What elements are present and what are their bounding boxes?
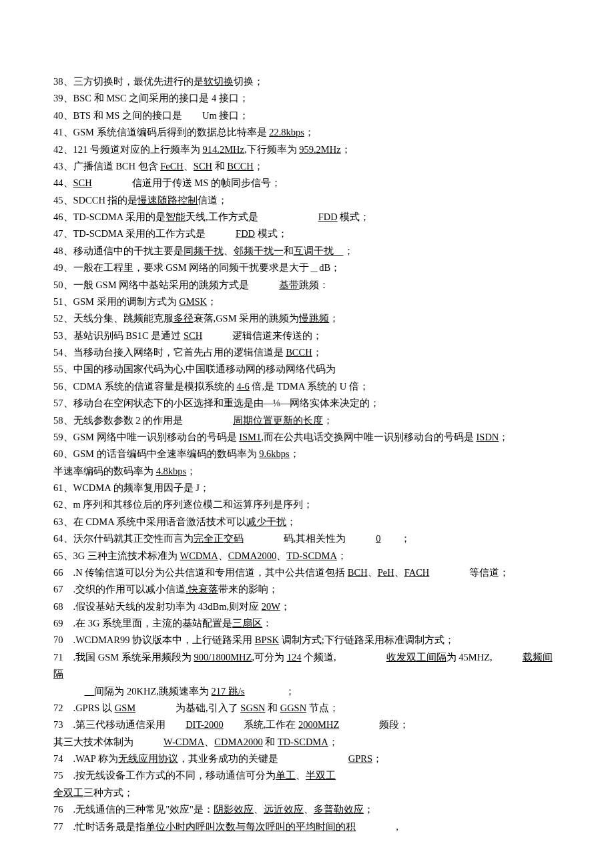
underlined-text: 阴影效应 (214, 804, 254, 815)
underlined-text: GGSN (280, 703, 306, 713)
underlined-text: 217 跳/s (212, 686, 245, 697)
text: 系统,工作在 (224, 719, 298, 730)
item-number: 74 . (53, 753, 75, 764)
item-number: 46、 (53, 211, 73, 222)
text: 切换； (234, 76, 264, 87)
text: 天线分集、跳频能克服 (73, 313, 174, 324)
text: ,下行频率为 (244, 144, 299, 155)
underlined-text: CDMA2000 (214, 737, 263, 747)
item-number: 65、 (53, 550, 73, 561)
underlined-text: 单工 (276, 770, 296, 781)
text-line: 60、GSM 的话音编码中全速率编码的数码率为 9.6kbps； (53, 446, 561, 462)
text: ，其业务成功的关键是 (178, 753, 348, 764)
underlined-text: 914.2MHz (203, 144, 244, 155)
text-line: 39、BSC 和 MSC 之间采用的接口是 4 接口； (53, 90, 561, 107)
text: 节点； (306, 703, 339, 713)
text: 和 (265, 703, 280, 713)
text: 信道； (198, 195, 228, 205)
text-line: 50、一般 GSM 网络中基站采用的跳频方式是 基带跳频： (53, 277, 561, 294)
underlined-text: BCCH (227, 161, 254, 171)
text-line: 46、TD-SCDMA 采用的是智能天线,工作方式是 FDD 模式； (53, 209, 561, 226)
text: ,而在公共电话交换网中唯一识别移动台的号码是 (261, 432, 476, 442)
text: ； (280, 601, 290, 612)
underlined-text: 959.2MHz (299, 144, 340, 155)
text: BTS 和 MS 之间的接口是 Um 接口； (73, 110, 250, 121)
underlined-text: PeH (378, 567, 394, 578)
text: 121 号频道对应的上行频率为 (73, 144, 203, 155)
underlined-text: TD-SCDMA (278, 737, 328, 747)
text: 频段； (339, 719, 409, 730)
text: 逻辑信道来传送的； (202, 330, 322, 341)
text: GPRS 以 (75, 703, 115, 713)
text-line: 58、无线参数参数 2 的作用是 周期位置更新的长度； (53, 412, 561, 429)
underlined-text: 多径 (174, 313, 194, 324)
text-line: 72 .GPRS 以 GSM 为基础,引入了 SGSN 和 GGSN 节点； (53, 700, 561, 717)
item-number: 59、 (53, 432, 73, 442)
underlined-text: 软切换 (204, 76, 234, 87)
text: ； (329, 313, 339, 324)
text: 、 (204, 737, 214, 747)
underlined-text (84, 686, 94, 697)
text: 、 (276, 550, 286, 561)
text: 移动通信中的干扰主要是 (73, 246, 184, 256)
underlined-text: FDD (236, 228, 255, 239)
text: 、 (254, 804, 264, 815)
underlined-text: 邻频干扰一 (234, 246, 284, 256)
item-number: 77 . (53, 821, 75, 832)
text-line: 48、移动通信中的干扰主要是同频干扰、邻频干扰一和互调干扰 ； (53, 243, 561, 260)
text-line: 57、移动台在空闲状态下的小区选择和重选是由—⅛—网络实体来决定的； (53, 395, 561, 412)
text: 等信道； (429, 567, 509, 578)
text: 、 (394, 567, 404, 578)
text-line: 55、中国的移动国家代码为心,中国联通移动网的移动网络代码为 (53, 361, 561, 378)
text-line: 76 .无线通信的三种常见"效应"是：阴影效应、远近效应、多普勒效应； (53, 801, 561, 818)
item-number: 55、 (53, 364, 73, 374)
text: ； (323, 415, 333, 426)
text: 我国 GSM 系统采用频段为 (75, 652, 194, 663)
item-number: 54、 (53, 347, 73, 358)
underlined-text: SGSN (240, 703, 265, 713)
text: 第三代移动通信采用 (75, 719, 186, 730)
item-number: 58、 (53, 415, 73, 426)
underlined-text: W-CDMA (164, 737, 204, 747)
text-line: 69 .在 3G 系统里面，主流的基站配置是三扇区： (53, 615, 561, 632)
text: 在 CDMA 系统中采用语音激活技术可以 (73, 516, 247, 527)
underlined-text: SCH (184, 330, 202, 341)
text: 无线通信的三种常见"效应"是： (75, 804, 214, 815)
text: ； (380, 533, 410, 544)
text-line: 63、在 CDMA 系统中采用语音激活技术可以减少干扰； (53, 514, 561, 530)
text-line: 59、GSM 网络中唯一识别移动台的号码是 ISM1,而在公共电话交换网中唯一识… (53, 429, 561, 446)
text: ： (262, 618, 272, 628)
underlined-text: 周期位置更新的长度 (233, 415, 323, 426)
text: 假设基站天线的发射功率为 43dBm,则对应 (75, 601, 262, 612)
text: 、 (184, 161, 194, 171)
underlined-text: 2000MHZ (298, 719, 339, 730)
item-number: 69 . (53, 618, 75, 628)
text: 当移动台接入网络时，它首先占用的逻辑信道是 (73, 347, 286, 358)
text-line: 45、SDCCH 指的是慢速随路控制信道； (53, 192, 561, 209)
text: 为 45MHZ, (446, 652, 523, 663)
text-line: 全双工三种方式； (53, 785, 561, 801)
text: ； (290, 448, 300, 459)
underlined-text: .快衰落 (186, 584, 218, 594)
item-number: 71 . (53, 652, 75, 663)
text-line: 56、CDMA 系统的信道容量是模拟系统的 4-6 倍,是 TDMA 系统的 U… (53, 378, 561, 395)
text-line: 41、GSM 系统信道编码后得到的数据总比特率是 22.8kbps； (53, 124, 561, 141)
text: BSC 和 MSC 之间采用的接口是 4 接口； (73, 93, 249, 103)
text: ； (328, 737, 338, 747)
underlined-text: 智能 (166, 211, 186, 222)
item-number: 52、 (53, 313, 73, 324)
text: 和 (284, 246, 294, 256)
text: 中国的移动国家代码为心,中国联通移动网的移动网络代码为 (73, 364, 336, 374)
text-line: 52、天线分集、跳频能克服多径衰落,GSM 采用的跳频为慢跳频； (53, 310, 561, 327)
item-number: 61、 (53, 482, 73, 493)
underlined-text: CDMA2000 (228, 550, 277, 561)
text: GSM 采用的调制方式为 (73, 296, 180, 307)
item-number: 42、 (53, 144, 73, 155)
underlined-text: 4.8kbps (156, 466, 187, 476)
text: CDMA 系统的信道容量是模拟系统的 (73, 381, 237, 392)
text: GSM 网络中唯一识别移动台的号码是 (73, 432, 240, 442)
underlined-text: 慢速随路控制 (137, 195, 198, 205)
underlined-text: BCH (348, 567, 368, 578)
text: TD-SCDMA 采用的是 (73, 211, 166, 222)
text: 移动台在空闲状态下的小区选择和重选是由—⅛—网络实体来决定的； (73, 398, 380, 408)
